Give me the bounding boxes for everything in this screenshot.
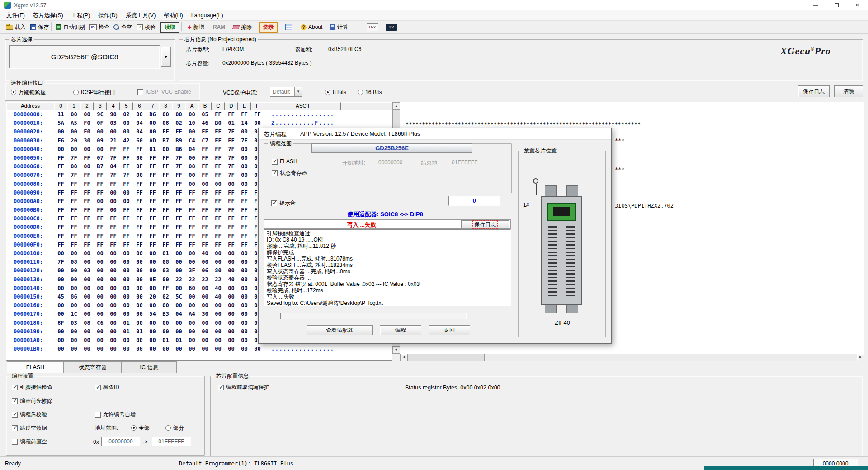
hex-byte[interactable]: 00	[172, 284, 185, 293]
hex-byte[interactable]: 00	[185, 110, 198, 119]
hex-byte[interactable]: 22	[185, 275, 198, 284]
hex-byte[interactable]: 01	[172, 336, 185, 345]
menu-item[interactable]: 工程(P)	[67, 12, 94, 19]
hex-byte[interactable]: 7F	[54, 258, 67, 266]
hex-byte[interactable]: FF	[198, 214, 212, 223]
hex-byte[interactable]: FF	[159, 189, 172, 197]
save-button[interactable]: 保存	[28, 22, 51, 33]
hex-byte[interactable]: FF	[94, 232, 107, 241]
hex-byte[interactable]: 00	[172, 301, 185, 310]
hex-byte[interactable]: 00	[212, 319, 225, 328]
hex-byte[interactable]: FF	[67, 189, 80, 197]
hex-byte[interactable]: F0	[80, 128, 94, 136]
checkbox-flash[interactable]: FLASH	[272, 158, 297, 165]
hex-byte[interactable]: FF	[54, 154, 67, 162]
hex-byte[interactable]: AD	[146, 137, 159, 145]
hex-byte[interactable]: 3F	[185, 266, 198, 275]
hex-byte[interactable]: B0	[212, 119, 225, 128]
hex-byte[interactable]: 00	[133, 284, 146, 293]
hex-byte[interactable]: FF	[212, 137, 225, 145]
hex-byte[interactable]: 00	[238, 301, 251, 310]
hex-byte[interactable]: FF	[80, 206, 94, 214]
hex-byte[interactable]: 00	[67, 266, 80, 275]
hex-byte[interactable]: 00	[251, 119, 264, 128]
hex-byte[interactable]: FF	[172, 223, 185, 232]
view-adapter-button[interactable]: 查看适配器	[307, 325, 373, 335]
hex-byte[interactable]: B3	[159, 310, 172, 318]
hex-byte[interactable]: FF	[172, 171, 185, 180]
hex-byte[interactable]: FF	[159, 232, 172, 241]
hex-byte[interactable]: A5	[67, 119, 80, 128]
hex-byte[interactable]: 00	[146, 119, 159, 128]
hex-byte[interactable]: FF	[94, 214, 107, 223]
hex-byte[interactable]: 01	[146, 145, 159, 154]
hex-byte[interactable]: FF	[94, 241, 107, 249]
hex-byte[interactable]: 46	[198, 119, 212, 128]
hex-byte[interactable]: 02	[172, 119, 185, 128]
hex-byte[interactable]: FF	[146, 189, 159, 197]
hex-byte[interactable]: FF	[172, 189, 185, 197]
hex-byte[interactable]: 00	[172, 266, 185, 275]
hex-byte[interactable]: 00	[238, 328, 251, 336]
chip-select-value[interactable]: GD25B256E @SOIC8	[9, 45, 160, 69]
hex-byte[interactable]: FF	[185, 223, 198, 232]
checkbox-icsp-vcc[interactable]: ICSP_VCC Enable	[137, 89, 191, 95]
hex-byte[interactable]: FF	[54, 223, 67, 232]
hex-byte[interactable]: 00	[146, 128, 159, 136]
hex-byte[interactable]: 00	[146, 249, 159, 258]
hex-ascii[interactable]: ................	[271, 110, 335, 119]
hex-byte[interactable]: 00	[67, 249, 80, 258]
hex-byte[interactable]: FF	[120, 223, 133, 232]
dialog-save-log-button[interactable]: 保存日志	[461, 220, 509, 228]
hex-byte[interactable]: FF	[67, 232, 80, 241]
ram-test-button[interactable]: RAM	[211, 22, 227, 33]
hex-byte[interactable]: 00	[54, 310, 67, 318]
hex-byte[interactable]: 00	[67, 162, 80, 171]
calc-button[interactable]: 计算	[328, 22, 350, 33]
hex-byte[interactable]: 00	[67, 275, 80, 284]
hex-byte[interactable]: 45	[54, 293, 67, 301]
hex-byte[interactable]: FF	[185, 197, 198, 206]
hex-byte[interactable]: 00	[212, 301, 225, 310]
hex-byte[interactable]: 5C	[172, 293, 185, 301]
hex-byte[interactable]: 7F	[120, 171, 133, 180]
hex-byte[interactable]: FF	[172, 197, 185, 206]
hex-byte[interactable]: FF	[133, 145, 146, 154]
hex-byte[interactable]: A4	[185, 310, 198, 318]
hex-byte[interactable]: 04	[185, 145, 198, 154]
hex-byte[interactable]: 04	[133, 119, 146, 128]
hex-byte[interactable]: 00	[80, 328, 94, 336]
hex-byte[interactable]: FF	[198, 128, 212, 136]
hex-byte[interactable]: 00	[120, 249, 133, 258]
hex-byte[interactable]: FF	[225, 206, 238, 214]
hex-byte[interactable]: 00	[185, 154, 198, 162]
save-log-button[interactable]: 保存日志	[798, 85, 830, 97]
menu-item[interactable]: 文件(F)	[2, 12, 29, 19]
hex-byte[interactable]: FF	[238, 241, 251, 249]
hex-byte[interactable]: FF	[198, 197, 212, 206]
info-horizontal-scrollbar[interactable]: ◄ ►	[400, 354, 864, 361]
hex-byte[interactable]: 00	[238, 180, 251, 189]
hex-byte[interactable]: 00	[107, 328, 120, 336]
checkbox-skip-blank[interactable]: 跳过空数据	[12, 424, 47, 432]
hex-byte[interactable]: FF	[67, 214, 80, 223]
hex-byte[interactable]: FF	[133, 206, 146, 214]
blank-check-button[interactable]: 查空	[112, 22, 134, 33]
hex-byte[interactable]: 00	[107, 275, 120, 284]
hex-byte[interactable]: 00	[54, 336, 67, 345]
tab-status-register[interactable]: 状态寄存器	[64, 361, 122, 373]
hex-byte[interactable]: FF	[133, 241, 146, 249]
radio-range-part[interactable]: 部分	[165, 424, 184, 432]
hex-byte[interactable]: B6	[172, 145, 185, 154]
hex-byte[interactable]: 30	[80, 137, 94, 145]
hex-byte[interactable]: FF	[159, 284, 172, 293]
hex-byte[interactable]: 00	[225, 284, 238, 293]
hex-byte[interactable]: FF	[80, 154, 94, 162]
hex-byte[interactable]: FF	[120, 241, 133, 249]
hex-byte[interactable]: 08	[159, 119, 172, 128]
hex-byte[interactable]: FF	[80, 223, 94, 232]
hex-byte[interactable]: 00	[67, 345, 80, 353]
hex-byte[interactable]: F0	[80, 119, 94, 128]
hex-byte[interactable]: 08	[159, 258, 172, 266]
radio-8bits[interactable]: 8 Bits	[325, 89, 346, 95]
